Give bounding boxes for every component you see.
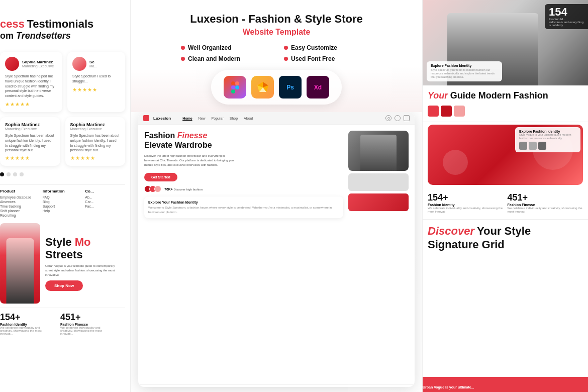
- abstract-fashion-section: Explore Fashion Identity Style Vogue to …: [428, 125, 583, 185]
- stars-3: ★★★★★: [5, 155, 55, 161]
- feature-dot-3: [181, 57, 185, 61]
- left-panel: cess Testimonials om Trendsetters Sophia…: [0, 0, 131, 392]
- svg-point-4: [235, 85, 239, 89]
- testimonial-cards-row-2: Sophia Martinez Marketing Executive Styl…: [0, 115, 125, 168]
- author-role-4: Marketing Executive: [70, 127, 121, 131]
- author-name-4: Sophia Martinez: [70, 122, 121, 127]
- footer-link-ab[interactable]: Ab...: [85, 195, 125, 199]
- footer-link-faq[interactable]: FAQ: [43, 195, 83, 199]
- footer-link-5[interactable]: Recruiting: [0, 214, 40, 217]
- pagination-dots: [0, 168, 125, 180]
- right-stat-label-1: Fashion Identity: [428, 203, 504, 207]
- footer-link-4[interactable]: Shift planner: [0, 209, 40, 213]
- shop-now-button[interactable]: Shop Now: [45, 280, 83, 291]
- footer-col-title-co: Co...: [85, 189, 125, 193]
- website-mockup-section: Luxesion Home New Popular Shop About: [131, 112, 422, 392]
- fashion-description: Urban Vogue is your ultimate guide to co…: [45, 264, 116, 277]
- portrait-2: [529, 142, 537, 150]
- sketch-icon: [251, 76, 274, 99]
- discover-rest: Your Style: [477, 225, 531, 237]
- from-text: om: [0, 31, 16, 41]
- right-bottom-bar: Urban Vogue is your ultimate...: [422, 377, 588, 392]
- footer-link-support[interactable]: Support: [43, 205, 83, 208]
- nav-shop[interactable]: Shop: [230, 117, 238, 120]
- stars-4: ★★★★★: [70, 155, 121, 161]
- discover-italic: Discover: [428, 225, 474, 237]
- stat-overlay-desc: individuals and everything is celebrity: [549, 21, 584, 27]
- nav-new[interactable]: New: [199, 117, 206, 120]
- explore-card: Explore Your Fashion Identity Welcome to…: [144, 197, 343, 218]
- explore-fashion-title: Explore Fashion Identity: [431, 64, 498, 67]
- feature-dot-2: [284, 46, 288, 50]
- testimonial-card-1: Sophia Martinez Marketing Executive Styl…: [0, 52, 62, 112]
- footer-link-2[interactable]: Absences: [0, 200, 40, 204]
- author-name-2: Sc: [89, 60, 97, 64]
- right-panel: 154 Fashion Id... individuals and everyt…: [422, 0, 588, 392]
- footer-nav: Product Employee database Absences Time …: [0, 184, 125, 218]
- testimonials-title-line2: om Trendsetters: [0, 31, 118, 42]
- testimonial-card-4: Sophia Martinez Marketing Executive Styl…: [65, 117, 126, 166]
- stat-fashion-identity: 154+ Fashion Identity We celebrate indiv…: [0, 312, 50, 335]
- footer-col-info: Information FAQ Blog Support Help: [43, 189, 83, 218]
- explore-overlay-title: Explore Fashion Identity: [519, 130, 576, 133]
- dot-4[interactable]: [20, 172, 24, 176]
- streets-heading: Streets: [45, 248, 116, 261]
- guide-heading: Your Guide Modern Fashion: [428, 90, 583, 102]
- get-started-button[interactable]: Get Started: [144, 173, 177, 181]
- footer-link-blog[interactable]: Blog: [43, 200, 83, 204]
- title-accent: cess: [0, 18, 25, 30]
- footer-link-fac[interactable]: Fac...: [85, 205, 125, 208]
- feature-label-4: Used Font Free: [291, 55, 335, 62]
- stat-overlay-number: 154: [549, 7, 584, 18]
- testimonial-card-3: Sophia Martinez Marketing Executive Styl…: [0, 117, 60, 166]
- abstract-circle-2: [443, 150, 468, 175]
- footer-col-title-info: Information: [43, 189, 83, 193]
- browser-logo: [143, 115, 149, 121]
- feature-clean-modern: Clean and Modern: [181, 55, 269, 62]
- feature-dot-1: [181, 46, 185, 50]
- trendsetters-italic: Trendsetters: [16, 31, 71, 41]
- feature-font-free: Used Font Free: [284, 55, 372, 62]
- hero-heading: Fashion Finesse Elevate Wardrobe: [144, 131, 343, 150]
- avatar-1: [5, 57, 19, 71]
- footer-link-1[interactable]: Employee database: [0, 195, 40, 199]
- author-role-1: Marketing Executive: [22, 64, 54, 68]
- stat-label-1: Fashion Identity: [0, 323, 50, 326]
- right-stat-num-1: 154+: [428, 192, 504, 203]
- discover-heading: Discover Your Style Signature Grid: [428, 225, 583, 251]
- footer-link-car[interactable]: Car...: [85, 200, 125, 204]
- dot-3[interactable]: [13, 172, 17, 176]
- svg-rect-2: [231, 89, 235, 93]
- dot-2[interactable]: [7, 172, 11, 176]
- author-name-1: Sophia Martinez: [22, 60, 54, 64]
- right-stat-num-2: 451+: [508, 192, 583, 203]
- browser-brand-name: Luxesion: [153, 116, 171, 121]
- nav-about[interactable]: About: [244, 117, 253, 120]
- small-img-3: [454, 106, 465, 117]
- feature-dot-4: [284, 57, 288, 61]
- bottom-fashion-section: Style Mo Streets Urban Vogue is your ult…: [0, 223, 125, 304]
- portrait-1: [519, 142, 527, 150]
- right-stats-section: 154+ Fashion Identity We celebrate indiv…: [423, 187, 588, 220]
- hero-word-fashion: Fashion: [144, 131, 177, 140]
- main-container: cess Testimonials om Trendsetters Sophia…: [0, 0, 588, 392]
- svg-rect-3: [235, 81, 239, 85]
- dot-1[interactable]: [0, 172, 4, 176]
- footer-link-3[interactable]: Time tracking: [0, 205, 40, 208]
- user-count-row: 76K+ Discover high fashion: [144, 185, 343, 192]
- right-guide-section: Your Guide Modern Fashion: [423, 85, 588, 122]
- stat-block-1: 154+ Fashion Identity We celebrate indiv…: [428, 192, 504, 215]
- hero-word-elevate: Elevate Wardrobe: [144, 141, 212, 149]
- template-info-section: Luxesion - Fashion & Style Store Website…: [131, 0, 422, 112]
- nav-popular[interactable]: Popular: [212, 117, 224, 120]
- fashion-model-image: [0, 223, 40, 304]
- hero-word-finesse: Finesse: [177, 131, 208, 140]
- explore-overlay-card: Explore Fashion Identity Style Vogue to …: [515, 127, 580, 152]
- explore-fashion-desc: Style Spectrum your team to modern fashi…: [431, 68, 498, 79]
- template-subtitle: Website Template: [146, 28, 407, 37]
- footer-link-help[interactable]: Help: [43, 209, 83, 213]
- stat-desc-1: We celebrate individuality and creativit…: [0, 326, 50, 335]
- svg-rect-0: [231, 81, 235, 85]
- feature-label-3: Clean and Modern: [188, 55, 240, 62]
- nav-home[interactable]: Home: [182, 117, 192, 120]
